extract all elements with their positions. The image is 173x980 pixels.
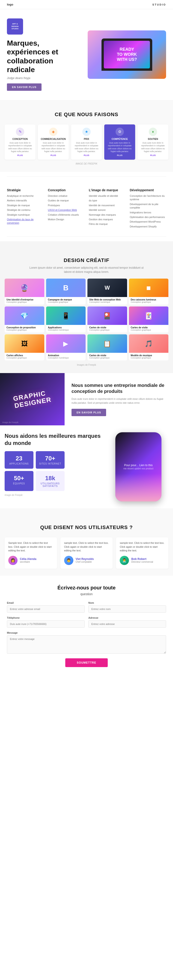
conception-plus[interactable]: PLUS bbox=[7, 154, 33, 156]
list-item: Guides de marque bbox=[48, 199, 85, 202]
stats-right: Pour pour... Lien to this me récent uptd… bbox=[109, 432, 168, 501]
list-item: Analytique et recherche bbox=[7, 194, 43, 198]
commercialisation-plus[interactable]: PLUS bbox=[40, 154, 66, 156]
list-item: Nommage des marques bbox=[89, 213, 125, 216]
menu-col-developpement-title: Développement bbox=[130, 188, 166, 192]
stat-label-applications: APPLICATIONS bbox=[7, 463, 31, 465]
promo-learn-btn[interactable]: EN SAVOIR PLUS bbox=[72, 409, 106, 416]
list-item: du type bbox=[89, 199, 125, 202]
design-card[interactable]: 💎 Conception de proposition Conception g… bbox=[5, 307, 44, 332]
design-card[interactable]: 📋 Cartes de visite Conception graphique bbox=[87, 334, 127, 360]
design-img-10: ▶ bbox=[46, 334, 86, 353]
design-card[interactable]: 📱 Applications Conception numérique bbox=[46, 307, 86, 332]
list-item: Conception de l'architecture du système bbox=[130, 194, 166, 201]
design-card[interactable]: 🃏 Cartes de visite Conception graphique bbox=[129, 307, 168, 332]
phone-input[interactable] bbox=[7, 620, 85, 628]
competence-icon: ⚙ bbox=[115, 128, 124, 136]
design-caption-6: Applications Conception numérique bbox=[46, 325, 86, 332]
services-title: CE QUE NOUS FAISONS bbox=[5, 102, 168, 120]
list-item[interactable]: Optimisation du taux de conversion bbox=[7, 218, 43, 225]
design-card[interactable]: ▶ Animation Conception numérique bbox=[46, 334, 86, 360]
stat-number-users: 18k bbox=[38, 475, 62, 482]
service-card-commercialisation: ◈ COMMERCIALISATION Duis aute irure dolo… bbox=[38, 124, 69, 160]
service-card-soutien: ♦ SOUTIEN Duis aute irure dolor in repre… bbox=[138, 124, 168, 160]
author-role-1: secrétaire bbox=[20, 561, 37, 563]
design-grid: 🔮 Une identité d'entreprise Conception g… bbox=[5, 278, 168, 360]
menu-col-strategie: Stratégie Analytique et recherche Atelie… bbox=[7, 188, 43, 229]
testimonial-card-1: Sample text. Click to select the text bo… bbox=[5, 537, 57, 569]
testimonial-author-2: 👨 Viet Reynolds Chef comptable bbox=[64, 556, 109, 565]
author-role-2: Chef comptable bbox=[76, 561, 94, 563]
promo-image-credit: Image de Freepik bbox=[2, 421, 18, 423]
soutien-icon: ♦ bbox=[149, 128, 157, 136]
design-card[interactable]: W Site Web de conception Web Conception … bbox=[87, 278, 127, 305]
testimonial-text-2: sample text. Click to select the text bo… bbox=[64, 541, 109, 552]
menu-grid: Stratégie Analytique et recherche Atelie… bbox=[7, 188, 166, 229]
promo-banner: GRAPHICDESIGNER Image de Freepik Nous so… bbox=[0, 373, 173, 425]
contact-sub-title: question bbox=[7, 592, 166, 596]
menu-col-conception-title: Conception bbox=[48, 188, 85, 192]
stats-section: Nous aidons les meilleures marques du mo… bbox=[0, 425, 173, 508]
prix-plus[interactable]: PLUS bbox=[73, 154, 100, 156]
design-card[interactable]: 🔮 Une identité d'entreprise Conception g… bbox=[5, 278, 44, 305]
design-caption-12: Modèle de musique Conception graphique bbox=[129, 353, 168, 360]
services-image-credit: IMAGE DE FREEPIK bbox=[5, 162, 168, 165]
adresse-input[interactable] bbox=[88, 620, 166, 628]
list-item: Motion Design bbox=[48, 218, 85, 221]
list-item: Identité de mouvement bbox=[89, 204, 125, 207]
screen-text: READY TO WORK WITH US? bbox=[117, 47, 137, 62]
message-label: Message bbox=[7, 632, 166, 634]
menu-section: Stratégie Analytique et recherche Atelie… bbox=[0, 181, 173, 232]
email-input[interactable] bbox=[7, 605, 85, 613]
design-img-8: 🃏 bbox=[129, 307, 168, 325]
testimonial-author-3: 👨‍💼 Bob Robert Directeur commercial bbox=[120, 556, 165, 565]
design-caption-5: Conception de proposition Conception gra… bbox=[5, 325, 44, 332]
soutien-plus[interactable]: PLUS bbox=[140, 154, 166, 156]
hero-cta-button[interactable]: EN SAVOIR PLUS bbox=[7, 83, 42, 91]
list-item: Films de marque bbox=[89, 222, 125, 226]
promo-desc: Duis aute irure dolor in reprehenderit i… bbox=[72, 397, 166, 405]
design-img-2: B bbox=[46, 278, 86, 297]
menu-col-conception: Conception Direction créative Guides de … bbox=[48, 188, 85, 229]
design-card[interactable]: B Campagne de marque Conception graphiqu… bbox=[46, 278, 86, 305]
stat-number-equipes: 50+ bbox=[7, 475, 31, 482]
stat-label-equipes: ÉQUIPES bbox=[7, 482, 31, 485]
conception-desc: Duis aute irure dolor in reprehenderit i… bbox=[7, 142, 33, 153]
list-item[interactable]: UX/UI et Conception Web bbox=[48, 208, 85, 212]
message-input[interactable] bbox=[7, 635, 166, 654]
design-caption-3: Site Web de conception Web Conception nu… bbox=[87, 297, 127, 305]
design-img-5: 💎 bbox=[5, 307, 44, 325]
design-img-3: W bbox=[87, 278, 127, 297]
list-item: Identité sonore bbox=[89, 208, 125, 212]
stat-label-sites: SITES INTERNET bbox=[38, 463, 62, 465]
design-img-6: 📱 bbox=[46, 307, 86, 325]
design-card[interactable]: ◼ Des caissons lumineux Conception graph… bbox=[129, 278, 168, 305]
menu-col-developpement-list: Conception de l'architecture du système … bbox=[130, 194, 166, 228]
design-caption-7: Cartes de visite Conception graphique bbox=[87, 325, 127, 332]
design-card[interactable]: 🎴 Cartes de visite Conception graphique bbox=[87, 307, 127, 332]
stats-image-credit: Image de Freepik bbox=[5, 494, 104, 496]
hero-section: ART & DESIGN STUDIO Marques, expériences… bbox=[0, 9, 173, 100]
hero-left: ART & DESIGN STUDIO Marques, expériences… bbox=[7, 18, 81, 91]
promo-art-text: GRAPHICDESIGNER bbox=[13, 389, 52, 409]
testimonial-text-3: sample text. Click to select the text bo… bbox=[120, 541, 165, 552]
design-caption-11: Cartes de visite Conception graphique bbox=[87, 353, 127, 360]
list-item: Direction créative bbox=[48, 194, 85, 198]
service-card-competence: ⚙ COMPÉTENCE Duis aute irure dolor in re… bbox=[104, 124, 135, 160]
list-item: Optimisation des performances bbox=[130, 215, 166, 219]
hero-title: Marques, expériences et collaboration ra… bbox=[7, 39, 81, 74]
form-group-nom: Nom bbox=[88, 601, 166, 613]
competence-plus[interactable]: PLUS bbox=[107, 154, 133, 156]
design-card[interactable]: 🎵 Modèle de musique Conception graphique bbox=[129, 334, 168, 360]
design-card[interactable]: 🖼 Cartes affiches Conception graphique bbox=[5, 334, 44, 360]
nom-input[interactable] bbox=[88, 605, 166, 613]
design-creatif-title: DESIGN CRÉATIF bbox=[5, 248, 168, 266]
menu-col-strategie-title: Stratégie bbox=[7, 188, 43, 192]
design-img-11: 📋 bbox=[87, 334, 127, 353]
submit-button[interactable]: SOUMETTRE bbox=[65, 658, 108, 667]
testimonials-title: QUE DISENT NOS UTILISATEURS ? bbox=[5, 515, 168, 533]
hero-laptop: READY TO WORK WITH US? bbox=[101, 38, 152, 71]
author-avatar-2: 👨 bbox=[64, 556, 73, 565]
design-caption-4: Des caissons lumineux Conception graphiq… bbox=[129, 297, 168, 305]
prix-title: PRIX bbox=[73, 138, 100, 140]
